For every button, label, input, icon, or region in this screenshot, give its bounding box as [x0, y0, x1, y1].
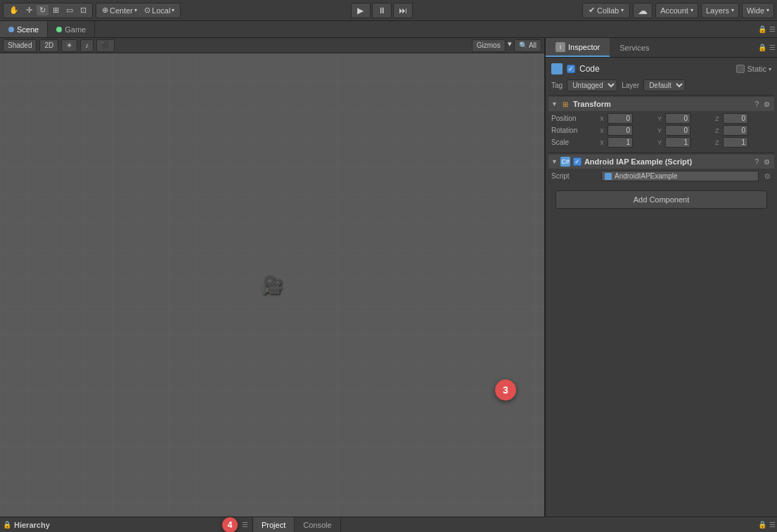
game-dot — [56, 27, 62, 32]
scale-row: Scale X Y Z — [551, 137, 771, 148]
pos-z-input[interactable] — [723, 113, 748, 124]
effects-btn[interactable]: ⬛ — [96, 39, 115, 52]
transform-icon: ⊞ — [560, 99, 570, 109]
static-checkbox[interactable] — [736, 65, 745, 73]
tab-project[interactable]: Project — [253, 517, 295, 532]
project-menu-btn[interactable]: ☰ — [768, 517, 777, 532]
account-btn[interactable]: Account ▾ — [655, 3, 698, 18]
play-btn[interactable]: ▶ — [351, 3, 371, 18]
rotation-label: Rotation — [551, 126, 597, 134]
cloud-btn[interactable]: ☁ — [633, 3, 653, 18]
tab-scene[interactable]: Scene — [0, 21, 48, 37]
scale-x-input[interactable] — [608, 137, 633, 148]
script-file-icon — [605, 173, 612, 180]
static-label-group: Static ▾ — [736, 65, 771, 73]
play-controls: ▶ ⏸ ⏭ — [351, 3, 413, 18]
move-tool-btn[interactable]: ✛ — [23, 5, 35, 15]
layer-select[interactable]: Default — [643, 79, 686, 91]
tab-game[interactable]: Game — [48, 21, 95, 37]
rotate-tool-btn[interactable]: ↻ — [37, 5, 49, 15]
scale-z-input[interactable] — [723, 137, 748, 148]
tool-group: ✋ ✛ ↻ ⊞ ▭ ⊡ — [3, 3, 93, 18]
add-component-btn[interactable]: Add Component — [556, 190, 767, 209]
sun-btn[interactable]: ☀ — [61, 39, 77, 52]
script-info-btn[interactable]: ? — [753, 158, 760, 166]
audio-btn[interactable]: ♪ — [80, 39, 94, 52]
transform-info-btn[interactable]: ? — [753, 100, 760, 108]
camera-object: 🎥 — [262, 275, 283, 295]
pivot-btn[interactable]: ⊕ Center ▾ — [99, 5, 140, 15]
rot-z-input[interactable] — [723, 125, 748, 136]
transform-settings-btn[interactable]: ⚙ — [762, 100, 771, 108]
transform-actions: ? ⚙ — [753, 100, 771, 108]
script-settings-btn[interactable]: ⚙ — [762, 158, 771, 166]
inspector-tabs: i Inspector Services 🔒 ☰ — [546, 38, 777, 58]
inspector-panel: i Inspector Services 🔒 ☰ ✓ Code Static ▾ — [545, 38, 777, 517]
dim-btn[interactable]: 2D — [39, 39, 58, 52]
bottom-layout: 1 🔒 Hierarchy 4 ☰ Create ▾ ▼ Scene — [0, 517, 777, 532]
inspector-lock-btn[interactable]: 🔒 — [757, 38, 768, 57]
transform-tool-btn[interactable]: ⊡ — [77, 5, 89, 15]
layout-btn[interactable]: Wide ▾ — [742, 3, 774, 18]
transform-section-header[interactable]: ▼ ⊞ Transform ? ⚙ — [548, 97, 774, 111]
divider-1 — [548, 95, 774, 96]
space-btn[interactable]: ⊙ Local ▾ — [141, 5, 177, 15]
pause-btn[interactable]: ⏸ — [372, 3, 392, 18]
scene-area: Shaded 2D ☀ ♪ ⬛ Gizmos ▾ 🔍 All 🎥 3 — [0, 38, 545, 517]
right-toolbar: ✔ Collab ▾ ☁ Account ▾ Layers ▾ Wide ▾ — [582, 3, 774, 18]
inspector-icon: i — [556, 42, 565, 52]
scene-viewport[interactable]: 🎥 3 — [0, 53, 544, 517]
script-field-label: Script — [551, 172, 597, 180]
position-label: Position — [551, 115, 597, 122]
hierarchy-lock-icon: 🔒 — [3, 521, 11, 528]
script-enabled-checkbox[interactable]: ✓ — [573, 157, 582, 166]
tag-select[interactable]: Untagged — [567, 79, 617, 91]
gizmos-btn[interactable]: Gizmos — [472, 39, 506, 52]
hierarchy-title: Hierarchy — [14, 521, 115, 529]
divider-2 — [548, 153, 774, 153]
project-panel: Project Console 🔒 ☰ Create ▾ ⊞ ☆ ★ ▶ — [253, 517, 777, 532]
scale-tool-btn[interactable]: ⊞ — [50, 5, 62, 15]
annotation-badge-3: 3 — [495, 379, 516, 401]
tag-layer-row: Tag Untagged Layer Default — [548, 77, 774, 93]
tab-inspector[interactable]: i Inspector — [546, 38, 610, 57]
rect-tool-btn[interactable]: ▭ — [63, 5, 76, 15]
transform-arrow: ▼ — [551, 100, 558, 108]
tab-console[interactable]: Console — [295, 517, 340, 532]
scene-menu-btn[interactable]: ☰ — [768, 21, 777, 37]
rotation-row: Rotation X Y Z — [551, 125, 771, 136]
object-name: Code — [579, 64, 732, 74]
collab-btn[interactable]: ✔ Collab ▾ — [582, 3, 630, 18]
rot-x-input[interactable] — [608, 125, 633, 136]
search-all-btn[interactable]: 🔍 All — [514, 39, 541, 52]
tab-services[interactable]: Services — [610, 38, 659, 57]
pos-x-input[interactable] — [608, 113, 633, 124]
step-btn[interactable]: ⏭ — [393, 3, 413, 18]
scene-lock-btn[interactable]: 🔒 — [757, 21, 768, 37]
scene-controls-bar: Shaded 2D ☀ ♪ ⬛ Gizmos ▾ 🔍 All — [0, 38, 544, 53]
top-toolbar: ✋ ✛ ↻ ⊞ ▭ ⊡ ⊕ Center ▾ ⊙ Local ▾ ▶ ⏸ ⏭ ✔… — [0, 0, 777, 21]
hierarchy-panel: 🔒 Hierarchy 4 ☰ Create ▾ ▼ Scene — [0, 517, 253, 532]
script-component-icon: C# — [560, 157, 570, 167]
layers-btn[interactable]: Layers ▾ — [701, 3, 739, 18]
position-row: Position X Y Z — [551, 113, 771, 124]
hand-tool-btn[interactable]: ✋ — [6, 5, 22, 15]
project-lock-btn[interactable]: 🔒 — [757, 517, 768, 532]
object-active-checkbox[interactable]: ✓ — [567, 65, 575, 73]
object-header: ✓ Code Static ▾ — [548, 60, 774, 77]
scene-dot — [8, 27, 14, 32]
inspector-content: ✓ Code Static ▾ Tag Untagged Layer Defau… — [546, 58, 777, 517]
object-color-box — [551, 63, 563, 74]
inspector-menu-btn[interactable]: ☰ — [768, 38, 777, 57]
script-title: Android IAP Example (Script) — [584, 157, 751, 166]
shading-btn[interactable]: Shaded — [3, 39, 37, 52]
script-section-header[interactable]: ▼ C# ✓ Android IAP Example (Script) ? ⚙ — [548, 155, 774, 169]
transform-fields: Position X Y Z — [548, 111, 774, 151]
script-target-btn[interactable]: ⊙ — [763, 172, 771, 180]
pos-y-input[interactable] — [665, 113, 691, 124]
script-fields: Script AndroidIAPExample ⊙ — [548, 169, 774, 185]
pivot-group: ⊕ Center ▾ ⊙ Local ▾ — [96, 3, 181, 18]
scale-y-input[interactable] — [665, 137, 691, 148]
hierarchy-menu-btn[interactable]: ☰ — [240, 521, 250, 528]
rot-y-input[interactable] — [665, 125, 691, 136]
